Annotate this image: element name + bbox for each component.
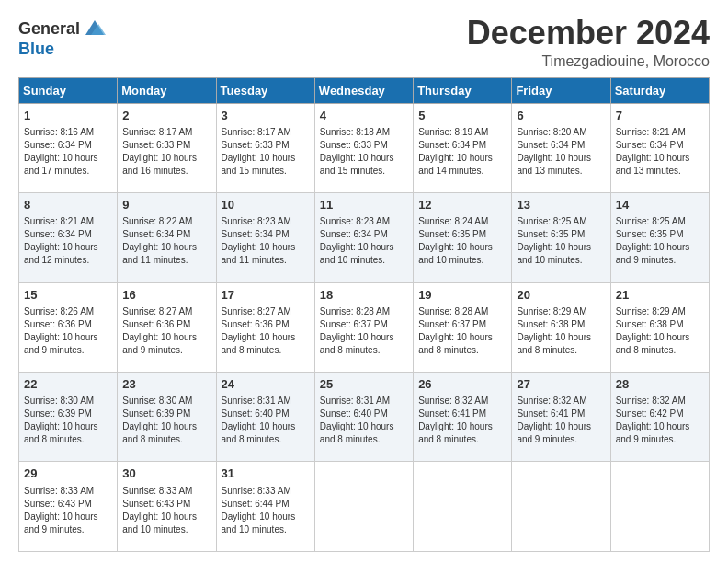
- calendar-row: 22Sunrise: 8:30 AMSunset: 6:39 PMDayligh…: [19, 373, 710, 462]
- calendar-cell: 4Sunrise: 8:18 AMSunset: 6:33 PMDaylight…: [314, 103, 413, 192]
- day-number: 20: [517, 287, 605, 304]
- calendar-cell: 17Sunrise: 8:27 AMSunset: 6:36 PMDayligh…: [216, 282, 314, 372]
- calendar-cell: 7Sunrise: 8:21 AMSunset: 6:34 PMDaylight…: [610, 103, 709, 192]
- sunrise-text: Sunrise: 8:32 AM: [517, 396, 586, 406]
- sunrise-text: Sunrise: 8:30 AM: [24, 396, 94, 406]
- sunrise-text: Sunrise: 8:22 AM: [122, 216, 192, 226]
- daylight-text: Daylight: 10 hours and 12 minutes.: [24, 242, 98, 265]
- col-thursday: Thursday: [414, 77, 512, 103]
- calendar-cell: [610, 462, 709, 552]
- sunset-text: Sunset: 6:42 PM: [616, 408, 684, 419]
- calendar-cell: 16Sunrise: 8:27 AMSunset: 6:36 PMDayligh…: [118, 282, 216, 372]
- calendar-row: 29Sunrise: 8:33 AMSunset: 6:43 PMDayligh…: [19, 462, 710, 552]
- calendar-cell: 20Sunrise: 8:29 AMSunset: 6:38 PMDayligh…: [512, 282, 610, 372]
- sunrise-text: Sunrise: 8:32 AM: [616, 396, 686, 406]
- sunrise-text: Sunrise: 8:33 AM: [222, 486, 291, 496]
- day-number: 24: [222, 376, 310, 393]
- calendar-cell: 22Sunrise: 8:30 AMSunset: 6:39 PMDayligh…: [19, 373, 118, 462]
- header-row: Sunday Monday Tuesday Wednesday Thursday…: [19, 77, 710, 103]
- sunset-text: Sunset: 6:41 PM: [517, 408, 585, 419]
- daylight-text: Daylight: 10 hours and 13 minutes.: [616, 153, 690, 176]
- sunrise-text: Sunrise: 8:33 AM: [24, 486, 94, 496]
- day-number: 3: [222, 108, 310, 124]
- daylight-text: Daylight: 10 hours and 8 minutes.: [418, 421, 493, 444]
- sunset-text: Sunset: 6:34 PM: [24, 229, 92, 239]
- day-number: 15: [24, 287, 112, 304]
- sunrise-text: Sunrise: 8:23 AM: [320, 216, 390, 226]
- day-number: 22: [24, 376, 112, 393]
- sunset-text: Sunset: 6:39 PM: [122, 408, 190, 419]
- day-number: 2: [122, 108, 210, 124]
- sunrise-text: Sunrise: 8:25 AM: [517, 216, 586, 226]
- daylight-text: Daylight: 10 hours and 8 minutes.: [616, 332, 690, 355]
- sunrise-text: Sunrise: 8:31 AM: [222, 396, 291, 406]
- daylight-text: Daylight: 10 hours and 8 minutes.: [122, 421, 197, 444]
- calendar-cell: [414, 462, 512, 552]
- daylight-text: Daylight: 10 hours and 10 minutes.: [320, 242, 394, 265]
- sunrise-text: Sunrise: 8:18 AM: [320, 127, 390, 137]
- calendar-row: 8Sunrise: 8:21 AMSunset: 6:34 PMDaylight…: [19, 193, 710, 282]
- daylight-text: Daylight: 10 hours and 8 minutes.: [320, 421, 394, 444]
- day-number: 27: [517, 376, 605, 393]
- page: General Blue December 2024 Timezgadiouin…: [0, 0, 728, 563]
- calendar-cell: 15Sunrise: 8:26 AMSunset: 6:36 PMDayligh…: [19, 282, 118, 372]
- calendar-cell: 24Sunrise: 8:31 AMSunset: 6:40 PMDayligh…: [216, 373, 314, 462]
- calendar-cell: 19Sunrise: 8:28 AMSunset: 6:37 PMDayligh…: [414, 282, 512, 372]
- day-number: 11: [320, 197, 408, 213]
- sunset-text: Sunset: 6:38 PM: [517, 319, 585, 329]
- daylight-text: Daylight: 10 hours and 13 minutes.: [517, 153, 591, 176]
- sunrise-text: Sunrise: 8:29 AM: [517, 306, 586, 316]
- day-number: 25: [320, 376, 408, 393]
- sunrise-text: Sunrise: 8:28 AM: [418, 306, 488, 316]
- calendar-cell: 18Sunrise: 8:28 AMSunset: 6:37 PMDayligh…: [314, 282, 413, 372]
- location-title: Timezgadiouine, Morocco: [467, 53, 710, 70]
- sunset-text: Sunset: 6:36 PM: [122, 319, 190, 329]
- day-number: 19: [418, 287, 506, 304]
- day-number: 16: [122, 287, 210, 304]
- day-number: 8: [24, 197, 112, 213]
- sunset-text: Sunset: 6:37 PM: [418, 319, 486, 329]
- calendar-cell: 23Sunrise: 8:30 AMSunset: 6:39 PMDayligh…: [118, 373, 216, 462]
- calendar-cell: 30Sunrise: 8:33 AMSunset: 6:43 PMDayligh…: [118, 462, 216, 552]
- daylight-text: Daylight: 10 hours and 15 minutes.: [320, 153, 394, 176]
- day-number: 26: [418, 376, 506, 393]
- calendar-cell: 28Sunrise: 8:32 AMSunset: 6:42 PMDayligh…: [610, 373, 709, 462]
- sunset-text: Sunset: 6:33 PM: [122, 140, 190, 150]
- day-number: 4: [320, 108, 408, 124]
- sunset-text: Sunset: 6:35 PM: [616, 229, 684, 239]
- daylight-text: Daylight: 10 hours and 9 minutes.: [24, 332, 98, 355]
- sunset-text: Sunset: 6:33 PM: [222, 140, 290, 150]
- calendar-cell: 12Sunrise: 8:24 AMSunset: 6:35 PMDayligh…: [414, 193, 512, 282]
- daylight-text: Daylight: 10 hours and 9 minutes.: [616, 242, 690, 265]
- calendar-cell: 31Sunrise: 8:33 AMSunset: 6:44 PMDayligh…: [216, 462, 314, 552]
- daylight-text: Daylight: 10 hours and 10 minutes.: [418, 242, 493, 265]
- sunrise-text: Sunrise: 8:20 AM: [517, 127, 586, 137]
- sunrise-text: Sunrise: 8:33 AM: [122, 486, 192, 496]
- calendar-cell: 8Sunrise: 8:21 AMSunset: 6:34 PMDaylight…: [19, 193, 118, 282]
- sunset-text: Sunset: 6:36 PM: [24, 319, 92, 329]
- title-block: December 2024 Timezgadiouine, Morocco: [467, 15, 710, 70]
- day-number: 6: [517, 108, 605, 124]
- sunrise-text: Sunrise: 8:26 AM: [24, 306, 94, 316]
- sunrise-text: Sunrise: 8:30 AM: [122, 396, 192, 406]
- col-monday: Monday: [118, 77, 216, 103]
- calendar-cell: 11Sunrise: 8:23 AMSunset: 6:34 PMDayligh…: [314, 193, 413, 282]
- sunrise-text: Sunrise: 8:21 AM: [616, 127, 686, 137]
- sunset-text: Sunset: 6:33 PM: [320, 140, 388, 150]
- calendar-cell: 21Sunrise: 8:29 AMSunset: 6:38 PMDayligh…: [610, 282, 709, 372]
- daylight-text: Daylight: 10 hours and 11 minutes.: [222, 242, 296, 265]
- col-wednesday: Wednesday: [314, 77, 413, 103]
- daylight-text: Daylight: 10 hours and 16 minutes.: [122, 153, 197, 176]
- sunset-text: Sunset: 6:34 PM: [24, 140, 92, 150]
- daylight-text: Daylight: 10 hours and 9 minutes.: [517, 421, 591, 444]
- day-number: 29: [24, 465, 112, 482]
- calendar-cell: 27Sunrise: 8:32 AMSunset: 6:41 PMDayligh…: [512, 373, 610, 462]
- calendar-cell: 6Sunrise: 8:20 AMSunset: 6:34 PMDaylight…: [512, 103, 610, 192]
- day-number: 31: [222, 465, 310, 482]
- day-number: 13: [517, 197, 605, 213]
- sunset-text: Sunset: 6:43 PM: [122, 499, 190, 509]
- logo-icon: [82, 15, 108, 40]
- calendar-cell: 29Sunrise: 8:33 AMSunset: 6:43 PMDayligh…: [19, 462, 118, 552]
- sunset-text: Sunset: 6:37 PM: [320, 319, 388, 329]
- day-number: 18: [320, 287, 408, 304]
